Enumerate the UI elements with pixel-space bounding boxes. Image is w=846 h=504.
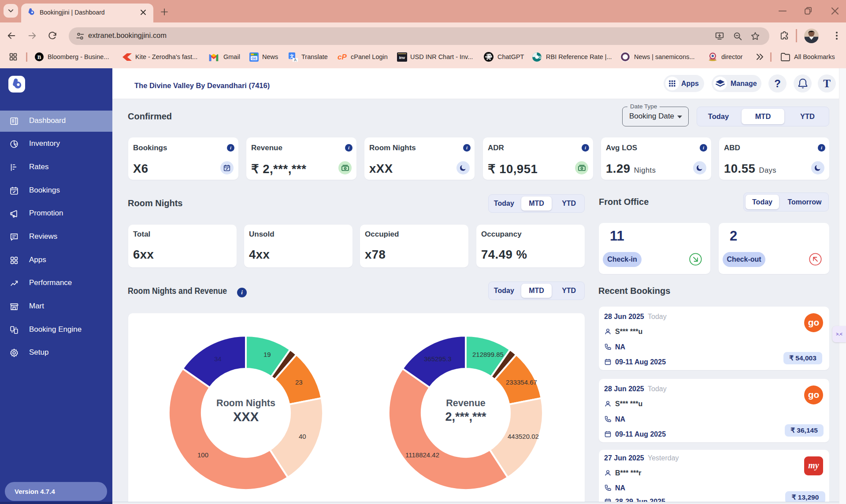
svg-text:Inv: Inv — [399, 55, 405, 60]
svg-text:233354.67: 233354.67 — [506, 378, 537, 386]
svg-text:443520.02: 443520.02 — [508, 433, 539, 440]
svg-text:XXX: XXX — [233, 410, 259, 424]
svg-text:365295.3: 365295.3 — [424, 355, 452, 363]
svg-text:Revenue: Revenue — [446, 398, 486, 408]
svg-text:Room Nights: Room Nights — [216, 398, 275, 408]
svg-text:34: 34 — [214, 355, 222, 363]
svg-text:GE: GE — [252, 56, 257, 60]
svg-text:1118824.42: 1118824.42 — [405, 451, 439, 459]
svg-text:cP: cP — [338, 53, 347, 61]
svg-text:2,***,***: 2,***,*** — [445, 410, 486, 423]
svg-text:G: G — [538, 55, 542, 59]
svg-text:19: 19 — [263, 351, 271, 358]
svg-text:23: 23 — [295, 378, 303, 386]
svg-text:100: 100 — [197, 451, 208, 459]
svg-text:40: 40 — [299, 433, 306, 440]
svg-text:A: A — [294, 58, 297, 62]
svg-text:212899.85: 212899.85 — [472, 351, 504, 358]
svg-text:文: 文 — [289, 54, 294, 59]
svg-text:B: B — [37, 54, 41, 60]
